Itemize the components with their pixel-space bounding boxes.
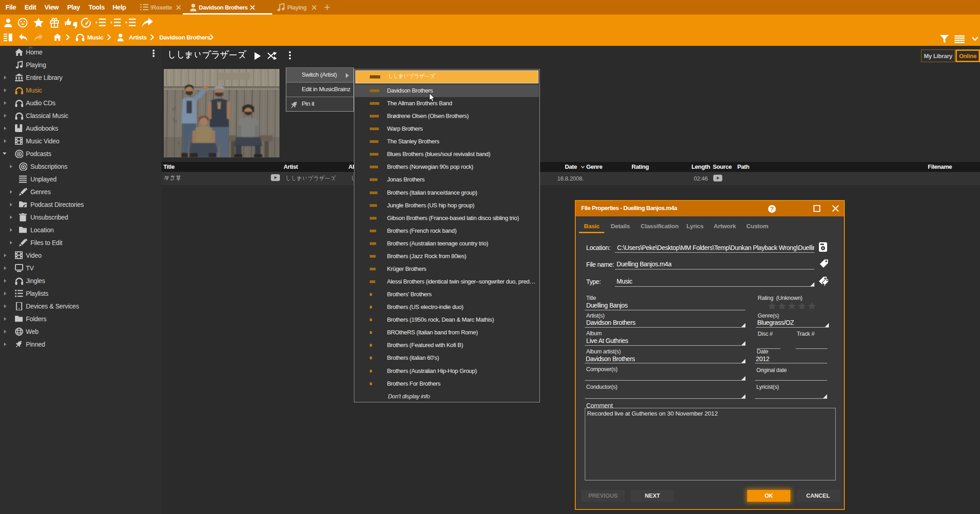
svg-text:?: ? [770,206,774,212]
